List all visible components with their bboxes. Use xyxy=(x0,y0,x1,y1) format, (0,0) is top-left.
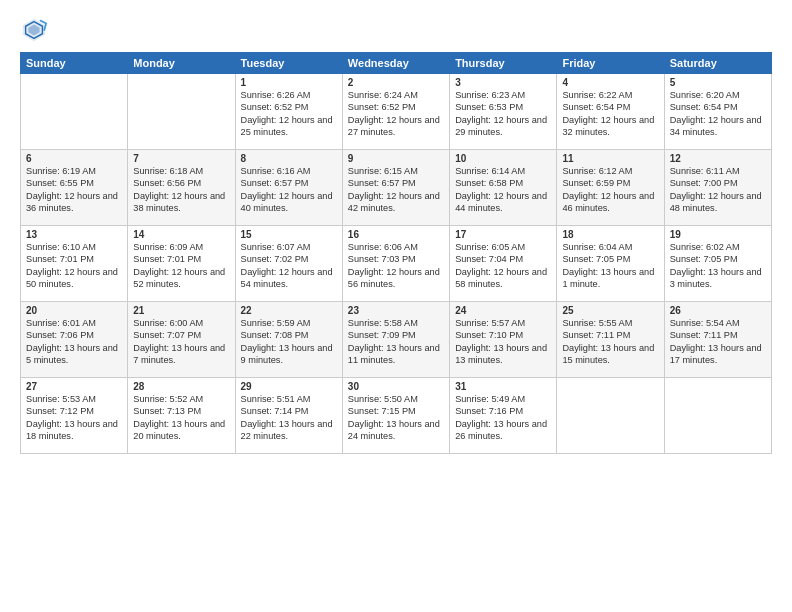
logo xyxy=(20,16,52,44)
col-header-saturday: Saturday xyxy=(664,53,771,74)
col-header-friday: Friday xyxy=(557,53,664,74)
day-number: 17 xyxy=(455,229,551,240)
week-row-5: 27Sunrise: 5:53 AM Sunset: 7:12 PM Dayli… xyxy=(21,378,772,454)
day-info: Sunrise: 6:02 AM Sunset: 7:05 PM Dayligh… xyxy=(670,241,766,291)
day-info: Sunrise: 5:52 AM Sunset: 7:13 PM Dayligh… xyxy=(133,393,229,443)
day-info: Sunrise: 6:06 AM Sunset: 7:03 PM Dayligh… xyxy=(348,241,444,291)
day-number: 1 xyxy=(241,77,337,88)
day-number: 11 xyxy=(562,153,658,164)
day-cell: 21Sunrise: 6:00 AM Sunset: 7:07 PM Dayli… xyxy=(128,302,235,378)
day-number: 20 xyxy=(26,305,122,316)
day-cell: 5Sunrise: 6:20 AM Sunset: 6:54 PM Daylig… xyxy=(664,74,771,150)
day-info: Sunrise: 5:49 AM Sunset: 7:16 PM Dayligh… xyxy=(455,393,551,443)
day-cell: 22Sunrise: 5:59 AM Sunset: 7:08 PM Dayli… xyxy=(235,302,342,378)
day-info: Sunrise: 6:10 AM Sunset: 7:01 PM Dayligh… xyxy=(26,241,122,291)
col-header-monday: Monday xyxy=(128,53,235,74)
week-row-3: 13Sunrise: 6:10 AM Sunset: 7:01 PM Dayli… xyxy=(21,226,772,302)
day-cell: 7Sunrise: 6:18 AM Sunset: 6:56 PM Daylig… xyxy=(128,150,235,226)
day-number: 29 xyxy=(241,381,337,392)
day-info: Sunrise: 6:07 AM Sunset: 7:02 PM Dayligh… xyxy=(241,241,337,291)
day-info: Sunrise: 6:12 AM Sunset: 6:59 PM Dayligh… xyxy=(562,165,658,215)
day-cell: 19Sunrise: 6:02 AM Sunset: 7:05 PM Dayli… xyxy=(664,226,771,302)
day-number: 19 xyxy=(670,229,766,240)
day-info: Sunrise: 5:54 AM Sunset: 7:11 PM Dayligh… xyxy=(670,317,766,367)
day-info: Sunrise: 6:01 AM Sunset: 7:06 PM Dayligh… xyxy=(26,317,122,367)
day-number: 9 xyxy=(348,153,444,164)
day-cell: 15Sunrise: 6:07 AM Sunset: 7:02 PM Dayli… xyxy=(235,226,342,302)
week-row-1: 1Sunrise: 6:26 AM Sunset: 6:52 PM Daylig… xyxy=(21,74,772,150)
day-number: 2 xyxy=(348,77,444,88)
day-number: 3 xyxy=(455,77,551,88)
col-header-wednesday: Wednesday xyxy=(342,53,449,74)
day-cell xyxy=(557,378,664,454)
day-info: Sunrise: 6:05 AM Sunset: 7:04 PM Dayligh… xyxy=(455,241,551,291)
day-number: 25 xyxy=(562,305,658,316)
day-cell: 18Sunrise: 6:04 AM Sunset: 7:05 PM Dayli… xyxy=(557,226,664,302)
day-info: Sunrise: 6:26 AM Sunset: 6:52 PM Dayligh… xyxy=(241,89,337,139)
day-cell: 3Sunrise: 6:23 AM Sunset: 6:53 PM Daylig… xyxy=(450,74,557,150)
day-number: 21 xyxy=(133,305,229,316)
calendar-table: SundayMondayTuesdayWednesdayThursdayFrid… xyxy=(20,52,772,454)
week-row-4: 20Sunrise: 6:01 AM Sunset: 7:06 PM Dayli… xyxy=(21,302,772,378)
day-info: Sunrise: 6:22 AM Sunset: 6:54 PM Dayligh… xyxy=(562,89,658,139)
day-cell: 25Sunrise: 5:55 AM Sunset: 7:11 PM Dayli… xyxy=(557,302,664,378)
day-cell: 6Sunrise: 6:19 AM Sunset: 6:55 PM Daylig… xyxy=(21,150,128,226)
day-info: Sunrise: 6:15 AM Sunset: 6:57 PM Dayligh… xyxy=(348,165,444,215)
header-row: SundayMondayTuesdayWednesdayThursdayFrid… xyxy=(21,53,772,74)
day-cell: 20Sunrise: 6:01 AM Sunset: 7:06 PM Dayli… xyxy=(21,302,128,378)
logo-icon xyxy=(20,16,48,44)
day-cell: 1Sunrise: 6:26 AM Sunset: 6:52 PM Daylig… xyxy=(235,74,342,150)
day-cell: 30Sunrise: 5:50 AM Sunset: 7:15 PM Dayli… xyxy=(342,378,449,454)
day-cell xyxy=(128,74,235,150)
day-info: Sunrise: 6:14 AM Sunset: 6:58 PM Dayligh… xyxy=(455,165,551,215)
day-cell: 12Sunrise: 6:11 AM Sunset: 7:00 PM Dayli… xyxy=(664,150,771,226)
day-cell: 14Sunrise: 6:09 AM Sunset: 7:01 PM Dayli… xyxy=(128,226,235,302)
day-cell: 16Sunrise: 6:06 AM Sunset: 7:03 PM Dayli… xyxy=(342,226,449,302)
day-number: 18 xyxy=(562,229,658,240)
day-number: 24 xyxy=(455,305,551,316)
day-number: 10 xyxy=(455,153,551,164)
day-cell: 2Sunrise: 6:24 AM Sunset: 6:52 PM Daylig… xyxy=(342,74,449,150)
day-cell: 28Sunrise: 5:52 AM Sunset: 7:13 PM Dayli… xyxy=(128,378,235,454)
day-number: 22 xyxy=(241,305,337,316)
day-cell: 13Sunrise: 6:10 AM Sunset: 7:01 PM Dayli… xyxy=(21,226,128,302)
day-cell: 8Sunrise: 6:16 AM Sunset: 6:57 PM Daylig… xyxy=(235,150,342,226)
day-cell: 29Sunrise: 5:51 AM Sunset: 7:14 PM Dayli… xyxy=(235,378,342,454)
day-number: 12 xyxy=(670,153,766,164)
day-info: Sunrise: 6:04 AM Sunset: 7:05 PM Dayligh… xyxy=(562,241,658,291)
day-info: Sunrise: 5:55 AM Sunset: 7:11 PM Dayligh… xyxy=(562,317,658,367)
day-cell: 23Sunrise: 5:58 AM Sunset: 7:09 PM Dayli… xyxy=(342,302,449,378)
day-number: 5 xyxy=(670,77,766,88)
col-header-tuesday: Tuesday xyxy=(235,53,342,74)
week-row-2: 6Sunrise: 6:19 AM Sunset: 6:55 PM Daylig… xyxy=(21,150,772,226)
day-cell: 4Sunrise: 6:22 AM Sunset: 6:54 PM Daylig… xyxy=(557,74,664,150)
day-number: 14 xyxy=(133,229,229,240)
day-info: Sunrise: 6:20 AM Sunset: 6:54 PM Dayligh… xyxy=(670,89,766,139)
day-cell: 10Sunrise: 6:14 AM Sunset: 6:58 PM Dayli… xyxy=(450,150,557,226)
day-cell: 27Sunrise: 5:53 AM Sunset: 7:12 PM Dayli… xyxy=(21,378,128,454)
col-header-sunday: Sunday xyxy=(21,53,128,74)
day-number: 27 xyxy=(26,381,122,392)
day-info: Sunrise: 5:57 AM Sunset: 7:10 PM Dayligh… xyxy=(455,317,551,367)
col-header-thursday: Thursday xyxy=(450,53,557,74)
header xyxy=(20,16,772,44)
day-info: Sunrise: 6:09 AM Sunset: 7:01 PM Dayligh… xyxy=(133,241,229,291)
day-number: 15 xyxy=(241,229,337,240)
day-info: Sunrise: 6:19 AM Sunset: 6:55 PM Dayligh… xyxy=(26,165,122,215)
day-cell: 9Sunrise: 6:15 AM Sunset: 6:57 PM Daylig… xyxy=(342,150,449,226)
day-info: Sunrise: 6:24 AM Sunset: 6:52 PM Dayligh… xyxy=(348,89,444,139)
day-cell: 31Sunrise: 5:49 AM Sunset: 7:16 PM Dayli… xyxy=(450,378,557,454)
day-number: 28 xyxy=(133,381,229,392)
day-cell: 26Sunrise: 5:54 AM Sunset: 7:11 PM Dayli… xyxy=(664,302,771,378)
day-number: 31 xyxy=(455,381,551,392)
day-info: Sunrise: 6:00 AM Sunset: 7:07 PM Dayligh… xyxy=(133,317,229,367)
day-info: Sunrise: 5:59 AM Sunset: 7:08 PM Dayligh… xyxy=(241,317,337,367)
page: SundayMondayTuesdayWednesdayThursdayFrid… xyxy=(0,0,792,612)
day-number: 4 xyxy=(562,77,658,88)
day-info: Sunrise: 5:53 AM Sunset: 7:12 PM Dayligh… xyxy=(26,393,122,443)
day-info: Sunrise: 6:18 AM Sunset: 6:56 PM Dayligh… xyxy=(133,165,229,215)
day-cell: 11Sunrise: 6:12 AM Sunset: 6:59 PM Dayli… xyxy=(557,150,664,226)
day-cell xyxy=(664,378,771,454)
day-number: 8 xyxy=(241,153,337,164)
day-cell xyxy=(21,74,128,150)
